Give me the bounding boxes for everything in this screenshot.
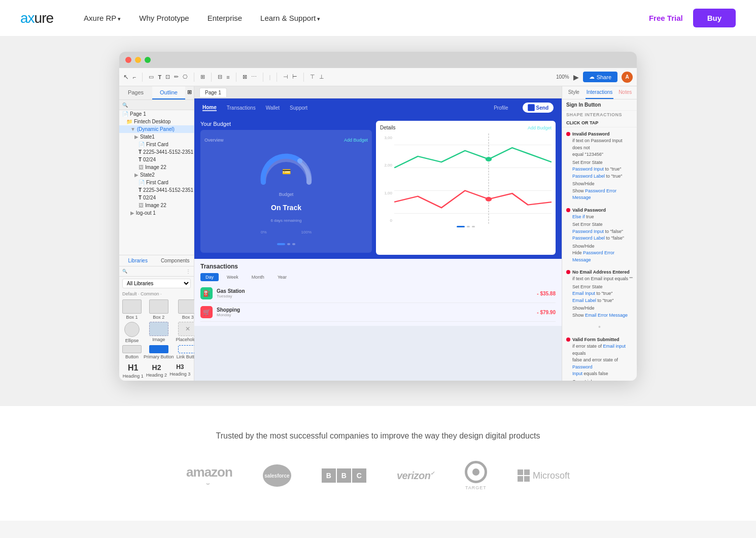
crop-tool-icon[interactable]: ⌐	[133, 74, 136, 80]
select-tool-icon[interactable]: ↖	[123, 73, 129, 81]
comp-primary-button[interactable]: Primary Button	[144, 345, 174, 359]
transaction-row-shopping: 🛒 Shopping Monday - $79.90	[200, 303, 556, 322]
logo[interactable]: axure	[20, 10, 53, 26]
invalid-password-header: Invalid Password	[566, 131, 633, 137]
maximize-dot[interactable]	[145, 57, 151, 63]
align-icon[interactable]: ≡	[226, 74, 229, 80]
fn-link-home[interactable]: Home	[202, 105, 217, 111]
comp-heading2[interactable]: H2 Heading 2	[146, 363, 167, 379]
filter-icon[interactable]: ⊞	[185, 86, 194, 99]
link-icon[interactable]: ⋯	[251, 74, 257, 80]
tx-tab-month[interactable]: Month	[247, 273, 269, 281]
fn-link-wallet[interactable]: Wallet	[266, 105, 280, 111]
tx-tab-year[interactable]: Year	[272, 273, 292, 281]
tab-libraries[interactable]: Libraries	[119, 255, 157, 266]
align-right-icon[interactable]: ⊢	[292, 74, 297, 80]
bbc-b2: B	[337, 468, 351, 483]
sidebar-tab-pages[interactable]: Pages	[119, 86, 152, 99]
bbc-b1: B	[322, 468, 336, 483]
amazon-arrow: ⌣	[206, 480, 212, 487]
comp-button[interactable]: Button	[122, 345, 142, 359]
rectangle-tool-icon[interactable]: ▭	[149, 74, 154, 80]
nav-link-why-prototype[interactable]: Why Prototype	[139, 14, 189, 22]
tree-state1[interactable]: ▶State1	[119, 133, 194, 141]
fintech-nav-bar: Home Transactions Wallet Support Profile…	[194, 98, 562, 117]
h-dist-icon[interactable]: ⊤	[310, 74, 315, 80]
tree-fintech[interactable]: 📁Fintech Desktop	[119, 118, 194, 125]
free-trial-link[interactable]: Free Trial	[649, 14, 683, 22]
history-details-label: Details	[380, 125, 396, 130]
close-dot[interactable]	[125, 57, 131, 63]
element-label: Sign In Button	[562, 99, 637, 111]
tx-tab-day[interactable]: Day	[200, 273, 219, 281]
target-label: TARGET	[465, 485, 487, 490]
canvas-page-tab[interactable]: Page 1	[199, 88, 227, 97]
play-icon[interactable]: ▶	[573, 73, 579, 81]
logo-target: TARGET	[465, 461, 487, 490]
tree-state2[interactable]: ▶State2	[119, 171, 194, 179]
comp-heading3[interactable]: H3 Heading 3	[169, 363, 191, 379]
gas-details: Gas Station Tuesday	[217, 288, 245, 298]
tree-image-1[interactable]: 🖼Image 22	[119, 163, 194, 171]
canvas-tab-bar: Page 1	[194, 86, 562, 98]
nav-link-enterprise[interactable]: Enterprise	[208, 14, 242, 22]
tree-dynamic-panel[interactable]: ▼(Dynamic Panel)	[119, 125, 194, 133]
comp-ellipse[interactable]: Ellipse	[122, 322, 142, 343]
minimize-dot[interactable]	[135, 57, 141, 63]
sidebar-search-input[interactable]	[128, 102, 191, 108]
sidebar-tab-outline[interactable]: Outline	[152, 86, 185, 99]
fn-link-support[interactable]: Support	[290, 105, 307, 111]
valid-password-header: Valid Password	[566, 208, 633, 213]
fn-profile[interactable]: Profile	[494, 105, 508, 111]
nav-link-axure-rp[interactable]: Axure RP	[84, 14, 121, 22]
fn-send-button[interactable]: Send	[523, 103, 554, 113]
ms-sq-3	[518, 476, 523, 482]
tab-components[interactable]: Components	[157, 255, 194, 266]
right-tab-notes[interactable]: Notes	[613, 86, 637, 99]
v-dist-icon[interactable]: ⊥	[319, 74, 324, 80]
buy-button[interactable]: Buy	[693, 9, 736, 27]
shopping-name: Shopping	[217, 307, 240, 313]
chart-y-labels: 3,00 2,00 1,00 0	[380, 133, 392, 225]
search-icon: 🔍	[122, 103, 128, 108]
pen-tool-icon[interactable]: ✏	[174, 74, 179, 80]
avatar[interactable]: A	[622, 72, 633, 83]
add-budget-link[interactable]: Add Budget	[344, 138, 368, 143]
fn-link-transactions[interactable]: Transactions	[227, 105, 256, 111]
shopping-amount: - $79.90	[537, 310, 556, 315]
chart-dots	[380, 226, 552, 227]
zoom-level: 100%	[556, 74, 569, 80]
crop-icon[interactable]: ⊠	[243, 74, 247, 80]
ms-sq-1	[518, 469, 523, 475]
right-tab-interactions[interactable]: Interactions	[586, 86, 614, 99]
menu-icon[interactable]: ⋮	[186, 268, 191, 274]
tree-first-card-1[interactable]: 📄First Card	[119, 141, 194, 148]
fit-tool-icon[interactable]: ⊞	[200, 74, 205, 80]
history-add-budget[interactable]: Add Budget	[528, 125, 552, 130]
tree-first-card-2[interactable]: 📄First Card	[119, 179, 194, 186]
comp-heading1[interactable]: H1 Heading 1	[122, 363, 144, 379]
text-tool-icon[interactable]: T	[158, 74, 161, 80]
logo-verizon: verizon✓	[397, 470, 434, 482]
tree-page1[interactable]: 📄Page 1	[119, 110, 194, 118]
tree-date-1[interactable]: T02/24	[119, 156, 194, 163]
comp-image[interactable]: Image	[144, 322, 174, 343]
tree-card-num-1[interactable]: T2225-3441-5152-2351	[119, 148, 194, 156]
arrange-icon[interactable]: ⊟	[218, 74, 222, 80]
share-button[interactable]: ☁ Share	[583, 72, 617, 82]
components-search-input[interactable]	[129, 268, 184, 274]
align-left-icon[interactable]: ⊣	[283, 74, 288, 80]
tree-card-num-2[interactable]: T2225-3441-5152-2351	[119, 186, 194, 194]
tree-image-2[interactable]: 🖼Image 22	[119, 201, 194, 209]
tx-tab-week[interactable]: Week	[222, 273, 244, 281]
tree-logout[interactable]: ▶log-out 1	[119, 209, 194, 217]
brush-tool-icon[interactable]: ⎔	[183, 74, 188, 80]
comp-box1[interactable]: Box 1	[122, 299, 142, 320]
interaction-dot-2	[566, 208, 570, 212]
comp-box2[interactable]: Box 2	[144, 299, 174, 320]
libraries-dropdown[interactable]: All Libraries	[122, 279, 191, 288]
tree-date-2[interactable]: T02/24	[119, 194, 194, 201]
shape-tool-icon[interactable]: ⊡	[165, 74, 170, 80]
right-tab-style[interactable]: Style	[562, 86, 586, 99]
nav-link-learn-support[interactable]: Learn & Support	[260, 14, 320, 22]
